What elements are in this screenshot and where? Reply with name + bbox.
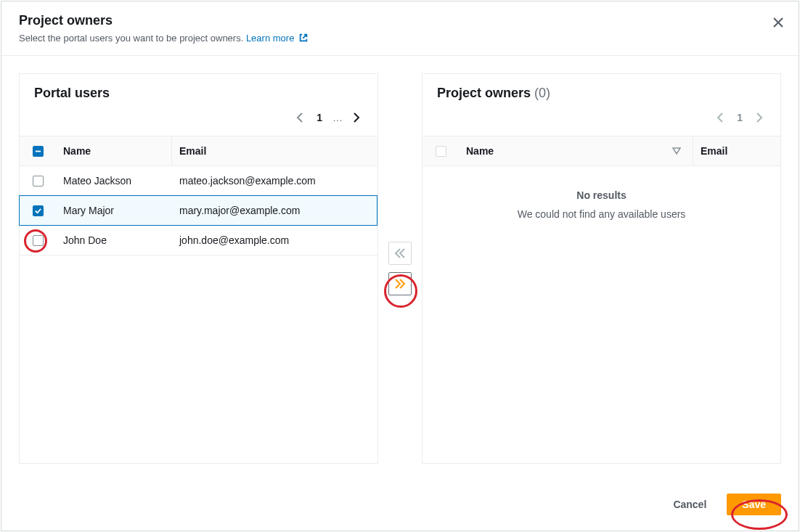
chevrons-right-icon — [394, 279, 406, 289]
external-link-icon — [298, 33, 309, 45]
project-owners-panel: Project owners (0) 1 — [422, 73, 781, 464]
table-row[interactable]: Mary Major mary.major@example.com — [19, 195, 377, 226]
svg-rect-0 — [35, 150, 40, 152]
sort-icon — [672, 145, 681, 157]
user-name: John Doe — [56, 226, 172, 255]
table-row[interactable]: Mateo Jackson mateo.jackson@example.com — [20, 166, 377, 196]
owners-count: (0) — [534, 86, 550, 100]
close-icon — [772, 17, 784, 28]
portal-users-panel: Portal users 1 … — [19, 73, 378, 464]
project-owners-title: Project owners (0) — [437, 86, 766, 101]
subtitle-text: Select the portal users you want to be p… — [19, 33, 246, 44]
transfer-controls — [378, 73, 422, 464]
user-name: Mateo Jackson — [56, 166, 172, 195]
select-all-checkbox[interactable] — [33, 146, 44, 157]
empty-state: No results We could not find any availab… — [423, 166, 780, 243]
empty-title: No results — [437, 189, 766, 201]
chevron-left-icon — [717, 112, 724, 123]
select-all-checkbox — [436, 146, 446, 157]
save-button[interactable]: Save — [727, 494, 781, 515]
column-header-name[interactable]: Name — [459, 136, 693, 165]
row-checkbox[interactable] — [33, 176, 44, 187]
page-number: 1 — [314, 112, 325, 123]
next-page-button[interactable] — [753, 110, 766, 126]
empty-subtitle: We could not find any available users — [437, 208, 766, 220]
user-name: Mary Major — [56, 196, 172, 225]
page-ellipsis: … — [332, 112, 343, 123]
modal-footer: Cancel Save — [1, 481, 799, 531]
user-email: john.doe@example.com — [172, 226, 377, 255]
chevron-left-icon — [296, 112, 303, 123]
chevrons-left-icon — [394, 248, 406, 258]
row-checkbox[interactable] — [33, 235, 44, 246]
chevron-right-icon — [756, 112, 763, 123]
move-left-button[interactable] — [388, 242, 412, 265]
user-email: mateo.jackson@example.com — [172, 166, 377, 195]
next-page-button[interactable] — [350, 110, 363, 126]
modal-subtitle: Select the portal users you want to be p… — [19, 33, 781, 45]
user-email: mary.major@example.com — [172, 196, 377, 225]
chevron-right-icon — [353, 112, 360, 123]
cancel-button[interactable]: Cancel — [661, 493, 718, 516]
page-number: 1 — [734, 112, 746, 123]
prev-page-button[interactable] — [714, 110, 727, 126]
move-right-button[interactable] — [388, 272, 412, 295]
row-checkbox[interactable] — [33, 205, 44, 216]
column-header-name[interactable]: Name — [56, 136, 172, 165]
column-header-email[interactable]: Email — [172, 136, 377, 165]
prev-page-button[interactable] — [293, 110, 306, 126]
table-row[interactable]: John Doe john.doe@example.com — [20, 226, 377, 255]
modal-title: Project owners — [19, 13, 781, 28]
project-owners-pagination: 1 — [423, 101, 780, 136]
portal-users-pagination: 1 … — [20, 101, 377, 136]
column-header-email[interactable]: Email — [693, 136, 780, 165]
modal-header: Project owners Select the portal users y… — [1, 1, 799, 56]
learn-more-link[interactable]: Learn more — [246, 33, 309, 44]
close-button[interactable] — [772, 16, 784, 30]
portal-users-title: Portal users — [34, 86, 363, 101]
